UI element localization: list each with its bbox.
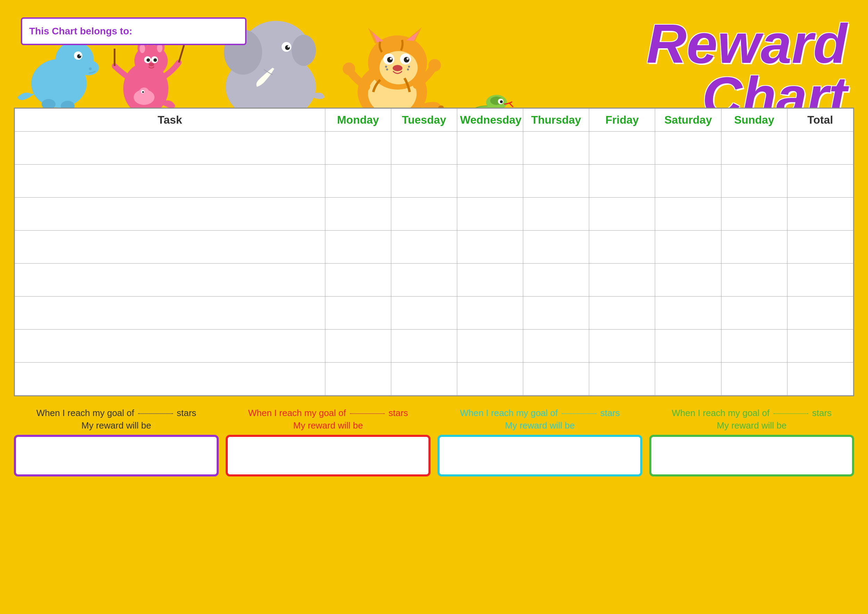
kangaroo-animal (115, 40, 184, 108)
table-cell[interactable] (391, 330, 457, 363)
table-cell[interactable] (655, 132, 721, 164)
table-cell[interactable] (787, 164, 853, 198)
table-cell[interactable] (457, 132, 523, 164)
svg-point-58 (407, 68, 409, 70)
table-cell[interactable] (457, 296, 523, 330)
table-cell[interactable] (325, 264, 391, 296)
reward-box-green[interactable] (649, 435, 854, 476)
table-row (15, 363, 853, 395)
table-cell[interactable] (15, 164, 326, 198)
table-cell[interactable] (391, 132, 457, 164)
table-cell[interactable] (721, 198, 787, 231)
table-cell[interactable] (655, 363, 721, 395)
table-cell[interactable] (589, 264, 655, 296)
table-cell[interactable] (391, 296, 457, 330)
reward-box-purple[interactable] (14, 435, 219, 476)
table-cell[interactable] (325, 231, 391, 264)
snake-animal (462, 95, 513, 108)
table-cell[interactable] (15, 363, 326, 395)
belongs-to-box[interactable]: This Chart belongs to: (21, 17, 246, 45)
table-cell[interactable] (325, 164, 391, 198)
table-cell[interactable] (721, 363, 787, 395)
table-cell[interactable] (787, 330, 853, 363)
header-area: This Chart belongs to: (14, 11, 854, 108)
table-cell[interactable] (391, 231, 457, 264)
table-cell[interactable] (15, 231, 326, 264)
table-cell[interactable] (391, 363, 457, 395)
table-cell[interactable] (457, 164, 523, 198)
table-row (15, 164, 853, 198)
table-cell[interactable] (15, 264, 326, 296)
reward-box-red[interactable] (226, 435, 431, 476)
table-cell[interactable] (721, 231, 787, 264)
table-cell[interactable] (589, 363, 655, 395)
svg-point-31 (291, 35, 316, 66)
table-cell[interactable] (457, 363, 523, 395)
table-cell[interactable] (589, 164, 655, 198)
table-body (15, 132, 853, 395)
table-cell[interactable] (15, 330, 326, 363)
table-cell[interactable] (787, 296, 853, 330)
table-cell[interactable] (523, 296, 589, 330)
table-cell[interactable] (787, 231, 853, 264)
header-left: This Chart belongs to: (14, 11, 535, 108)
table-cell[interactable] (523, 164, 589, 198)
table-cell[interactable] (391, 164, 457, 198)
table-cell[interactable] (721, 296, 787, 330)
table-cell[interactable] (325, 132, 391, 164)
table-cell[interactable] (655, 164, 721, 198)
table-cell[interactable] (589, 231, 655, 264)
table-cell[interactable] (721, 330, 787, 363)
goal-dots-green (773, 413, 808, 414)
table-cell[interactable] (655, 296, 721, 330)
table-cell[interactable] (325, 330, 391, 363)
svg-point-57 (385, 66, 387, 68)
reward-chart-title: Reward Chart (646, 17, 847, 123)
table-cell[interactable] (523, 231, 589, 264)
table-cell[interactable] (589, 198, 655, 231)
svg-line-23 (179, 45, 184, 62)
table-cell[interactable] (787, 132, 853, 164)
table-cell[interactable] (589, 296, 655, 330)
table-cell[interactable] (523, 363, 589, 395)
table-cell[interactable] (787, 198, 853, 231)
table-cell[interactable] (457, 198, 523, 231)
table-cell[interactable] (721, 132, 787, 164)
table-cell[interactable] (325, 198, 391, 231)
reward-goal-text-purple: When I reach my goal of stars My reward … (36, 407, 197, 432)
table-cell[interactable] (457, 231, 523, 264)
table-cell[interactable] (523, 264, 589, 296)
table-cell[interactable] (15, 198, 326, 231)
table-cell[interactable] (325, 296, 391, 330)
table-cell[interactable] (721, 164, 787, 198)
table-cell[interactable] (523, 132, 589, 164)
table-cell[interactable] (391, 264, 457, 296)
table-row (15, 330, 853, 363)
reward-goal-item-purple: When I reach my goal of stars My reward … (14, 407, 219, 476)
table-cell[interactable] (15, 296, 326, 330)
table-cell[interactable] (325, 363, 391, 395)
footer-section: When I reach my goal of stars My reward … (14, 407, 854, 476)
table-cell[interactable] (457, 330, 523, 363)
table-cell[interactable] (655, 264, 721, 296)
table-cell[interactable] (523, 198, 589, 231)
goal-dots-purple (138, 413, 173, 414)
table-cell[interactable] (589, 132, 655, 164)
table-cell[interactable] (787, 363, 853, 395)
table-cell[interactable] (523, 330, 589, 363)
svg-point-5 (79, 54, 81, 56)
table-cell[interactable] (655, 330, 721, 363)
table-cell[interactable] (15, 132, 326, 164)
reward-box-cyan[interactable] (437, 435, 642, 476)
table-cell[interactable] (787, 264, 853, 296)
goal-dots-red (350, 413, 385, 414)
table-cell[interactable] (589, 330, 655, 363)
svg-point-18 (147, 58, 150, 62)
svg-point-53 (406, 57, 409, 60)
table-cell[interactable] (391, 198, 457, 231)
table-cell[interactable] (721, 264, 787, 296)
svg-point-20 (153, 58, 157, 62)
table-cell[interactable] (457, 264, 523, 296)
table-cell[interactable] (655, 198, 721, 231)
table-cell[interactable] (655, 231, 721, 264)
